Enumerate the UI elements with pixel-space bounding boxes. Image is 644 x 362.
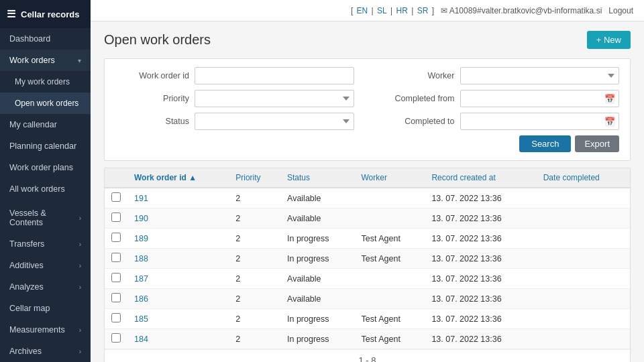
row-checkbox[interactable]: [111, 213, 121, 222]
row-checkbox[interactable]: [111, 273, 121, 282]
row-checkbox-cell[interactable]: [105, 249, 127, 269]
sidebar-item-archives[interactable]: Archives ›: [0, 341, 91, 362]
status-select[interactable]: Available In progress Completed: [195, 113, 354, 130]
row-id-link[interactable]: 187: [134, 274, 148, 284]
row-worker: [354, 289, 425, 309]
row-checkbox[interactable]: [111, 293, 121, 302]
row-created: 13. 07. 2022 13:36: [425, 208, 536, 229]
sidebar-item-dashboard[interactable]: Dashboard: [0, 28, 91, 50]
sidebar-item-analyzes[interactable]: Analyzes ›: [0, 276, 91, 298]
row-created: 13. 07. 2022 13:36: [425, 329, 536, 349]
row-id-link[interactable]: 184: [134, 335, 148, 344]
row-checkbox[interactable]: [111, 253, 121, 262]
completed-from-label: Completed from: [381, 94, 455, 103]
row-id: 190: [127, 208, 229, 229]
row-checkbox-cell[interactable]: [105, 188, 127, 208]
calendar-from-icon[interactable]: 📅: [604, 94, 615, 104]
col-record-created-at[interactable]: Record created at: [425, 168, 536, 188]
row-priority: 2: [229, 188, 280, 208]
row-status: Available: [280, 289, 354, 309]
row-worker: [354, 269, 425, 289]
sort-icon: ▲: [189, 173, 197, 182]
main-area: [ EN | SL | HR | SR ] ✉ A10089#valter.br…: [91, 0, 644, 362]
sidebar-label-archives: Archives: [9, 347, 42, 356]
row-status: Available: [280, 269, 354, 289]
row-checkbox[interactable]: [111, 192, 121, 202]
table-row: 185 2 In progress Test Agent 13. 07. 202…: [105, 309, 630, 329]
row-id-link[interactable]: 190: [134, 214, 148, 223]
sidebar-item-measurements[interactable]: Measurements ›: [0, 319, 91, 341]
col-checkbox: [105, 168, 127, 188]
lang-en[interactable]: EN: [357, 6, 368, 15]
sidebar-header[interactable]: ☰ Cellar records: [0, 0, 91, 28]
topbar: [ EN | SL | HR | SR ] ✉ A10089#valter.br…: [91, 0, 644, 21]
sidebar-label-open-work-orders: Open work orders: [15, 99, 78, 108]
completed-from-wrapper: 📅: [460, 90, 620, 107]
row-created: 13. 07. 2022 13:36: [425, 269, 536, 289]
worker-select[interactable]: Test Agent: [460, 67, 620, 84]
sidebar-item-vessels[interactable]: Vessels & Contents ›: [0, 202, 91, 233]
row-created: 13. 07. 2022 13:36: [425, 188, 536, 208]
row-checkbox-cell[interactable]: [105, 309, 127, 329]
row-checkbox[interactable]: [111, 333, 121, 343]
table-row: 187 2 Available 13. 07. 2022 13:36: [105, 269, 630, 289]
row-id-link[interactable]: 186: [134, 294, 148, 304]
sidebar-label-transfers: Transfers: [9, 239, 44, 249]
col-date-completed[interactable]: Date completed: [537, 168, 630, 188]
sidebar-item-open-work-orders[interactable]: Open work orders: [0, 93, 91, 114]
row-completed: [537, 229, 630, 249]
row-status: In progress: [280, 249, 354, 269]
row-checkbox[interactable]: [111, 233, 121, 242]
lang-sr[interactable]: SR: [417, 6, 429, 15]
col-worker[interactable]: Worker: [354, 168, 425, 188]
completed-to-input[interactable]: [460, 113, 620, 130]
row-checkbox-cell[interactable]: [105, 329, 127, 349]
sidebar-item-my-work-orders[interactable]: My work orders: [0, 71, 91, 93]
sidebar-item-planning-calendar[interactable]: Planning calendar: [0, 135, 91, 157]
chevron-right-icon-4: ›: [79, 284, 81, 291]
sidebar-item-additives[interactable]: Additives ›: [0, 255, 91, 276]
table-row: 190 2 Available 13. 07. 2022 13:36: [105, 208, 630, 229]
row-id-link[interactable]: 189: [134, 234, 148, 243]
sidebar-item-my-calendar[interactable]: My callendar: [0, 114, 91, 135]
row-checkbox-cell[interactable]: [105, 208, 127, 229]
sidebar-label-planning-calendar: Planning calendar: [9, 141, 76, 151]
row-status: In progress: [280, 309, 354, 329]
sidebar-label-vessels: Vessels & Contents: [9, 208, 79, 227]
row-id-link[interactable]: 188: [134, 254, 148, 263]
row-completed: [537, 188, 630, 208]
sidebar-item-cellar-map[interactable]: Cellar map: [0, 298, 91, 319]
sidebar-item-work-orders[interactable]: Work orders ▾: [0, 50, 91, 71]
col-status[interactable]: Status: [280, 168, 354, 188]
logout-button[interactable]: Logout: [608, 6, 633, 15]
search-button[interactable]: Search: [519, 135, 571, 152]
new-button[interactable]: + New: [587, 31, 631, 49]
lang-sl[interactable]: SL: [377, 6, 387, 15]
row-id-link[interactable]: 191: [134, 194, 148, 203]
sidebar-item-all-work-orders[interactable]: All work orders: [0, 178, 91, 200]
chevron-right-icon-6: ›: [79, 348, 81, 355]
lang-hr[interactable]: HR: [396, 6, 408, 15]
status-label: Status: [115, 117, 189, 126]
table-row: 189 2 In progress Test Agent 13. 07. 202…: [105, 229, 630, 249]
chevron-right-icon-2: ›: [79, 241, 81, 248]
row-checkbox-cell[interactable]: [105, 269, 127, 289]
priority-select[interactable]: 1 2 3: [195, 90, 354, 107]
row-checkbox-cell[interactable]: [105, 289, 127, 309]
row-checkbox-cell[interactable]: [105, 229, 127, 249]
row-completed: [537, 249, 630, 269]
col-work-order-id[interactable]: Work order id ▲: [127, 168, 229, 188]
col-priority[interactable]: Priority: [229, 168, 280, 188]
sidebar-item-work-order-plans[interactable]: Work order plans: [0, 157, 91, 178]
sidebar-item-transfers[interactable]: Transfers ›: [0, 233, 91, 255]
work-order-id-input[interactable]: [195, 67, 354, 84]
pagination: 1 - 8: [105, 349, 630, 362]
chevron-right-icon: ›: [79, 215, 81, 222]
row-priority: 2: [229, 329, 280, 349]
row-checkbox[interactable]: [111, 313, 121, 322]
calendar-to-icon[interactable]: 📅: [604, 117, 615, 127]
export-button[interactable]: Export: [575, 135, 619, 152]
row-created: 13. 07. 2022 13:36: [425, 289, 536, 309]
row-id-link[interactable]: 185: [134, 314, 148, 324]
completed-from-input[interactable]: [460, 90, 620, 107]
